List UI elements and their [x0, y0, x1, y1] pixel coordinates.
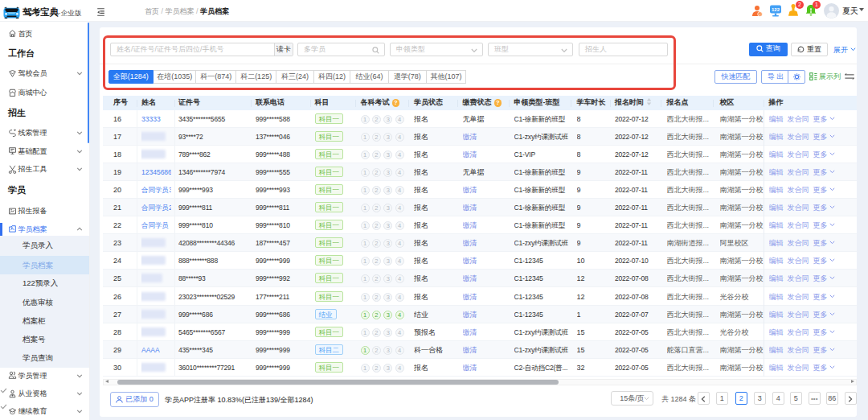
svg-text:122: 122	[772, 7, 780, 12]
